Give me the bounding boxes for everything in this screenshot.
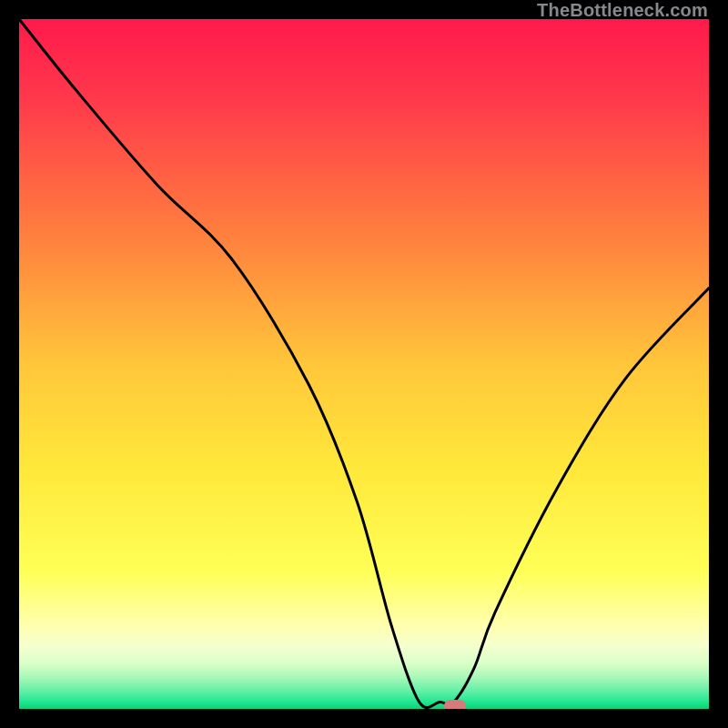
chart-frame: TheBottleneck.com	[0, 0, 728, 728]
watermark-text: TheBottleneck.com	[537, 0, 708, 21]
optimal-point-marker	[444, 700, 466, 709]
plot-area	[19, 19, 709, 709]
bottleneck-curve	[19, 19, 709, 709]
